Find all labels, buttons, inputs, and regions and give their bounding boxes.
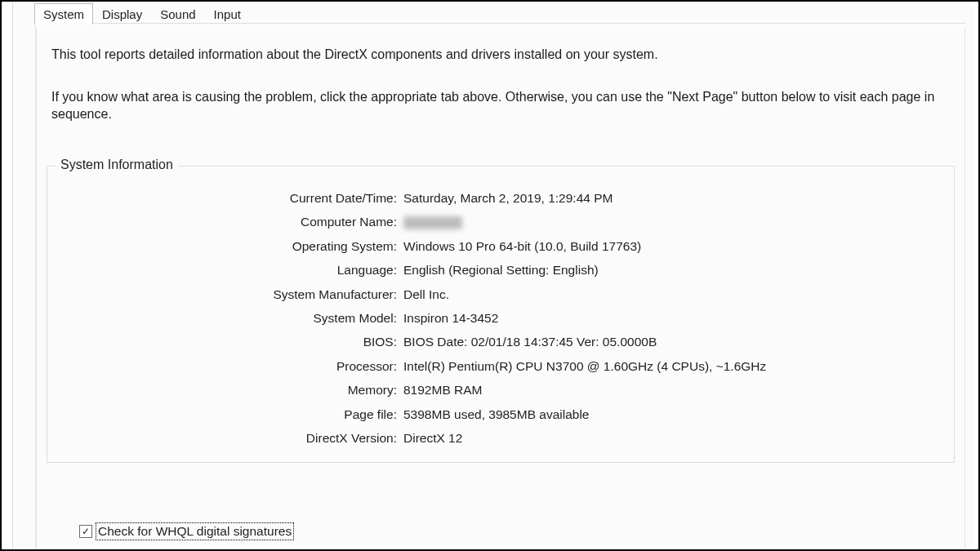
value-bios: BIOS Date: 02/01/18 14:37:45 Ver: 05.000… (403, 330, 939, 353)
value-operating-system: Windows 10 Pro 64-bit (10.0, Build 17763… (403, 234, 939, 258)
group-title: System Information (56, 158, 178, 172)
intro-line-1: This tool reports detailed information a… (51, 46, 950, 64)
intro-line-2: If you know what area is causing the pro… (51, 88, 950, 123)
row-memory: Memory: 8192MB RAM (62, 378, 939, 402)
mid-rail (24, 23, 36, 549)
system-information-group: System Information Current Date/Time: Sa… (47, 166, 955, 463)
label-system-manufacturer: System Manufacturer: (62, 282, 397, 306)
label-operating-system: Operating System: (62, 234, 397, 258)
label-current-datetime: Current Date/Time: (62, 186, 397, 210)
row-processor: Processor: Intel(R) Pentium(R) CPU N3700… (62, 354, 939, 378)
label-processor: Processor: (62, 354, 397, 378)
row-current-datetime: Current Date/Time: Saturday, March 2, 20… (62, 186, 939, 210)
label-page-file: Page file: (62, 402, 397, 426)
label-bios: BIOS: (62, 330, 397, 353)
label-directx-version: DirectX Version: (62, 426, 397, 450)
tab-display[interactable]: Display (93, 3, 151, 24)
tab-input[interactable]: Input (205, 3, 250, 24)
value-directx-version: DirectX 12 (403, 426, 939, 450)
value-system-model: Inspiron 14-3452 (403, 306, 939, 330)
value-system-manufacturer: Dell Inc. (403, 282, 939, 306)
label-computer-name: Computer Name: (62, 210, 397, 233)
intro-text: This tool reports detailed information a… (47, 39, 955, 123)
value-computer-name (403, 210, 939, 233)
row-page-file: Page file: 5398MB used, 3985MB available (62, 402, 939, 426)
tab-strip: System Display Sound Input (34, 3, 965, 24)
whql-checkbox-row: ✓ Check for WHQL digital signatures (79, 522, 294, 540)
redacted-computer-name (403, 216, 462, 229)
value-language: English (Regional Setting: English) (403, 258, 939, 282)
whql-checkbox-label[interactable]: Check for WHQL digital signatures (96, 522, 294, 540)
tab-content: This tool reports detailed information a… (36, 28, 965, 549)
row-system-model: System Model: Inspiron 14-3452 (62, 306, 939, 330)
label-memory: Memory: (62, 378, 397, 402)
label-language: Language: (62, 258, 397, 282)
value-memory: 8192MB RAM (403, 378, 939, 402)
row-language: Language: English (Regional Setting: Eng… (62, 258, 939, 282)
tab-system[interactable]: System (34, 3, 93, 24)
label-system-model: System Model: (62, 306, 397, 330)
row-bios: BIOS: BIOS Date: 02/01/18 14:37:45 Ver: … (62, 330, 939, 353)
row-operating-system: Operating System: Windows 10 Pro 64-bit … (62, 234, 939, 258)
tab-sound[interactable]: Sound (151, 3, 204, 24)
row-directx-version: DirectX Version: DirectX 12 (62, 426, 939, 450)
value-current-datetime: Saturday, March 2, 2019, 1:29:44 PM (403, 186, 939, 210)
row-system-manufacturer: System Manufacturer: Dell Inc. (62, 282, 939, 306)
value-page-file: 5398MB used, 3985MB available (403, 402, 939, 426)
value-processor: Intel(R) Pentium(R) CPU N3700 @ 1.60GHz … (403, 354, 939, 378)
whql-checkbox[interactable]: ✓ (79, 525, 92, 538)
left-rail (2, 2, 13, 549)
row-computer-name: Computer Name: (62, 210, 939, 233)
dialog-body: System Display Sound Input This tool rep… (13, 3, 973, 549)
